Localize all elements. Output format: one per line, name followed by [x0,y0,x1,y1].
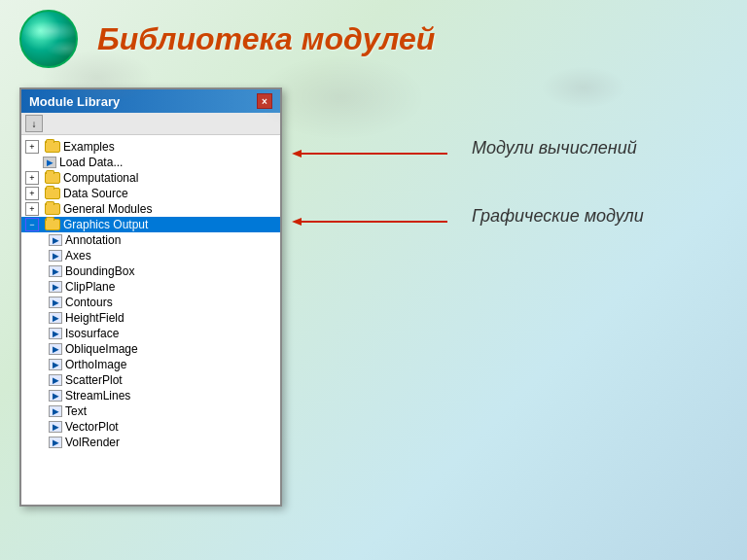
module-icon-axes: ▶ [49,250,62,262]
tree-item-vol-render[interactable]: ▶ VolRender [21,435,280,450]
tree-label-contours: Contours [65,296,113,309]
folder-icon-data-source [45,188,60,199]
tree-item-load-data[interactable]: ▶ Load Data... [21,155,280,170]
tree-item-height-field[interactable]: ▶ HeightField [21,310,280,326]
tree-label-isosurface: Isosurface [65,327,119,340]
tree-view: + Examples ▶ Load Data... + Computationa… [21,135,280,505]
tree-label-ortho-image: OrthoImage [65,358,126,371]
module-icon-bounding-box: ▶ [49,265,62,277]
tree-label-graphics-output: Graphics Output [63,218,148,231]
tree-label-bounding-box: BoundingBox [65,264,134,278]
toolbar-collapse-button[interactable]: ↓ [25,115,43,132]
tree-label-examples: Examples [63,140,115,154]
folder-icon-graphics-output [45,219,60,230]
module-icon-oblique-image: ▶ [49,343,62,355]
tree-item-computational[interactable]: + Computational [21,170,280,186]
tree-item-general-modules[interactable]: + General Modules [21,201,280,217]
window-close-button[interactable]: × [257,93,272,109]
globe-icon [19,10,78,68]
module-library-window: Module Library × ↓ + Examples ▶ Load Dat… [19,88,282,507]
module-icon-vol-render: ▶ [49,437,62,448]
tree-label-oblique-image: ObliqueImage [65,342,138,356]
module-icon-clip-plane: ▶ [49,281,62,293]
folder-icon-general-modules [45,203,60,215]
main-content: Module Library × ↓ + Examples ▶ Load Dat… [0,78,747,516]
module-icon-scatter-plot: ▶ [49,374,62,386]
tree-item-data-source[interactable]: + Data Source [21,186,280,201]
tree-item-stream-lines[interactable]: ▶ StreamLines [21,388,280,403]
expander-data-source[interactable]: + [25,187,39,200]
window-titlebar: Module Library × [21,89,280,113]
tree-item-contours[interactable]: ▶ Contours [21,295,280,310]
tree-label-annotation: Annotation [65,233,121,247]
folder-icon-computational [45,172,60,184]
tree-label-data-source: Data Source [63,187,128,200]
tree-label-vol-render: VolRender [65,436,120,449]
tree-item-vector-plot[interactable]: ▶ VectorPlot [21,419,280,435]
tree-label-load-data: Load Data... [59,156,123,169]
module-icon-load-data: ▶ [43,157,56,168]
tree-label-height-field: HeightField [65,311,124,325]
module-icon-isosurface: ▶ [49,328,62,339]
tree-label-clip-plane: ClipPlane [65,280,115,294]
header: Библиотека модулей [0,0,747,78]
tree-item-text[interactable]: ▶ Text [21,403,280,419]
window-toolbar: ↓ [21,113,280,135]
tree-item-isosurface[interactable]: ▶ Isosurface [21,326,280,341]
arrowhead-graphics [292,218,302,226]
arrowhead-computational [292,150,302,158]
folder-icon-examples [45,141,60,153]
expander-graphics-output[interactable]: − [25,218,39,231]
tree-item-clip-plane[interactable]: ▶ ClipPlane [21,279,280,295]
expander-examples[interactable]: + [25,140,39,154]
expander-general-modules[interactable]: + [25,202,39,216]
tree-item-examples[interactable]: + Examples [21,139,280,155]
expander-computational[interactable]: + [25,171,39,185]
tree-item-ortho-image[interactable]: ▶ OrthoImage [21,357,280,372]
module-icon-contours: ▶ [49,297,62,308]
module-icon-height-field: ▶ [49,312,62,324]
tree-label-stream-lines: StreamLines [65,389,130,402]
tree-label-computational: Computational [63,171,138,185]
tree-label-axes: Axes [65,249,91,262]
tree-item-scatter-plot[interactable]: ▶ ScatterPlot [21,372,280,388]
annotations-panel: Модули вычислений Графические модули [311,88,728,146]
module-icon-text: ▶ [49,405,62,417]
tree-label-scatter-plot: ScatterPlot [65,373,123,387]
module-icon-ortho-image: ▶ [49,359,62,370]
annotation-label-computational: Модули вычислений [472,138,637,158]
tree-item-axes[interactable]: ▶ Axes [21,248,280,263]
module-icon-stream-lines: ▶ [49,390,62,402]
page-title: Библиотека модулей [97,21,435,57]
tree-item-bounding-box[interactable]: ▶ BoundingBox [21,263,280,279]
module-icon-vector-plot: ▶ [49,421,62,433]
tree-label-vector-plot: VectorPlot [65,420,119,434]
window-title: Module Library [29,94,120,109]
tree-label-general-modules: General Modules [63,202,152,216]
module-icon-annotation: ▶ [49,234,62,246]
tree-label-text: Text [65,404,87,418]
tree-item-graphics-output[interactable]: − Graphics Output [21,217,280,232]
tree-item-oblique-image[interactable]: ▶ ObliqueImage [21,341,280,357]
annotation-label-graphics: Графические модули [472,206,644,227]
tree-item-annotation[interactable]: ▶ Annotation [21,232,280,248]
